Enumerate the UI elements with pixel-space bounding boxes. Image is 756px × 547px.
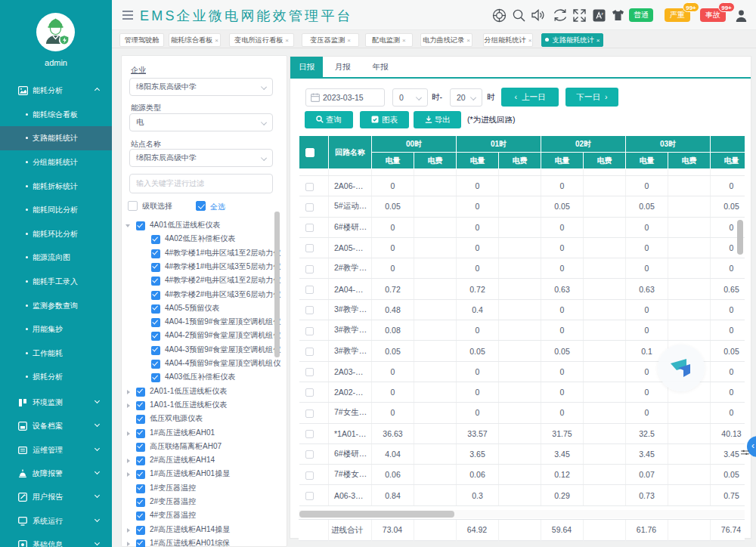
svg-text:z: z (601, 11, 603, 16)
